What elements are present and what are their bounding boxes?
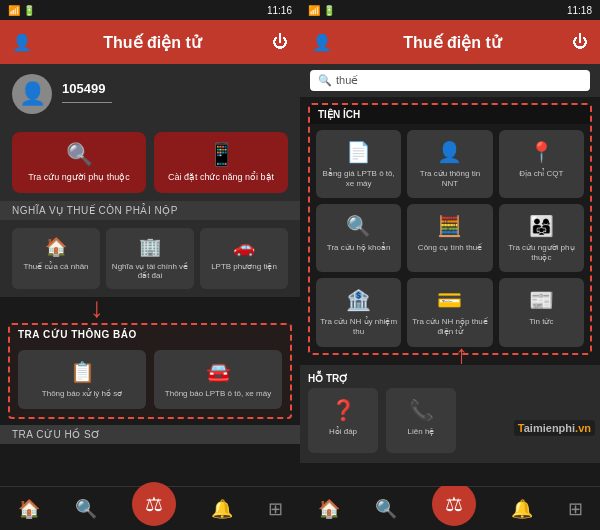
- status-icons-left: 📶 🔋: [8, 5, 35, 16]
- nav-grid-right[interactable]: ⊞: [568, 498, 583, 520]
- avatar: 👤: [12, 74, 52, 114]
- notification-items: 📋 Thông báo xử lý hồ sơ 🚘 Thông báo LPTB…: [10, 344, 290, 417]
- app-title-left: Thuế điện tử: [103, 33, 201, 52]
- tra-cuu-thong-bao-box: TRA CỨU THÔNG BÁO 📋 Thông báo xử lý hồ s…: [8, 323, 292, 419]
- search-icon-right: 🔍: [318, 74, 332, 87]
- notif-item-lptb[interactable]: 🚘 Thông báo LPTB ô tô, xe máy: [154, 350, 282, 409]
- grid-item-bang-gia[interactable]: 📄 Bảng giá LPTB ô tô, xe máy: [316, 130, 401, 198]
- tax-items: 🏠 Thuế của cá nhân 🏢 Nghĩa vụ tài chính …: [0, 220, 300, 297]
- ho-tro-header: HỖ TRỢ: [308, 369, 592, 388]
- grid-item-phu-thuoc[interactable]: 👨‍👩‍👧 Tra cứu người phụ thuộc: [499, 204, 584, 272]
- bottom-nav-left: 🏠 🔍 ⚖ 🔔 ⊞: [0, 486, 300, 530]
- nghia-vu-header: NGHĨA VỤ THUẾ CÒN PHẢI NỘP: [0, 201, 300, 220]
- power-icon-left[interactable]: ⏻: [272, 33, 288, 51]
- search-icon: 🔍: [66, 142, 93, 168]
- quick-actions: 🔍 Tra cứu người phụ thuộc 📱 Cài đặt chức…: [0, 124, 300, 201]
- grid-item-dia-chi[interactable]: 📍 Địa chỉ CQT: [499, 130, 584, 198]
- user-icon-right[interactable]: 👤: [312, 33, 332, 52]
- nav-home-right[interactable]: 🏠: [318, 498, 340, 520]
- search-icon-ho: 🔍: [346, 214, 371, 238]
- power-icon-right[interactable]: ⏻: [572, 33, 588, 51]
- nav-search-right[interactable]: 🔍: [375, 498, 397, 520]
- grid-item-ho-khoan[interactable]: 🔍 Tra cứu hộ khoản: [316, 204, 401, 272]
- notif-item-lptb-label: Thông báo LPTB ô tô, xe máy: [165, 389, 271, 399]
- tax-item-phuongtien-label: LPTB phương tiện: [211, 262, 277, 272]
- tax-item-canhan-label: Thuế của cá nhân: [23, 262, 88, 272]
- ho-tro-item-hoi-dap-label: Hỏi đáp: [329, 427, 357, 437]
- ho-tro-item-lien-he[interactable]: 📞 Liên hệ: [386, 388, 456, 453]
- house-icon: 🏠: [45, 236, 67, 258]
- question-icon: ❓: [331, 398, 356, 422]
- bottom-nav-right: 🏠 🔍 ⚖ 🔔 ⊞: [300, 486, 600, 530]
- tax-item-phuongtien[interactable]: 🚗 LPTB phương tiện: [200, 228, 288, 289]
- search-bar[interactable]: 🔍 thuế: [310, 70, 590, 91]
- ho-tro-item-hoi-dap[interactable]: ❓ Hỏi đáp: [308, 388, 378, 453]
- quick-btn-tra-cuu-label: Tra cứu người phụ thuộc: [28, 172, 130, 183]
- time-right: 11:18: [567, 5, 592, 16]
- app-header-right: 👤 Thuế điện tử ⏻: [300, 20, 600, 64]
- scroll-area-right: 🔍 thuế TIỆN ÍCH 📄 Bảng giá LPTB ô tô, xe…: [300, 64, 600, 486]
- phone-icon: 📞: [409, 398, 434, 422]
- arrow-icon-right: ↑: [455, 339, 468, 370]
- user-id: 105499: [62, 81, 288, 96]
- building-icon: 🏢: [139, 236, 161, 258]
- grid-item-bang-gia-label: Bảng giá LPTB ô tô, xe máy: [320, 169, 397, 188]
- notif-item-hoso-label: Thông báo xử lý hồ sơ: [42, 389, 122, 399]
- tien-ich-section: TIỆN ÍCH 📄 Bảng giá LPTB ô tô, xe máy 👤 …: [308, 103, 592, 355]
- doc-icon: 📋: [70, 360, 95, 384]
- grid-item-ho-khoan-label: Tra cứu hộ khoản: [327, 243, 391, 253]
- card-icon: 💳: [437, 288, 462, 312]
- ho-tro-item-lien-he-label: Liên hệ: [408, 427, 435, 437]
- grid-item-nop-thue[interactable]: 💳 Tra cứu NH nộp thuế điện tử: [407, 278, 492, 346]
- nav-center-left[interactable]: ⚖: [132, 482, 176, 526]
- grid-item-tin-tuc[interactable]: 📰 Tin tức: [499, 278, 584, 346]
- quick-btn-tra-cuu[interactable]: 🔍 Tra cứu người phụ thuộc: [12, 132, 146, 193]
- user-sub: —————: [62, 96, 288, 107]
- nav-center-right[interactable]: ⚖: [432, 482, 476, 526]
- settings-icon: 📱: [208, 142, 235, 168]
- arrow-container-right: ↑: [300, 361, 600, 365]
- status-bar-right: 📶 🔋 11:18: [300, 0, 600, 20]
- ho-tro-section: HỖ TRỢ ❓ Hỏi đáp 📞 Liên hệ: [300, 365, 600, 463]
- nav-bell-left[interactable]: 🔔: [211, 498, 233, 520]
- tax-item-canhan[interactable]: 🏠 Thuế của cá nhân: [12, 228, 100, 289]
- news-icon: 📰: [529, 288, 554, 312]
- arrow-icon-left: ↓: [90, 292, 104, 324]
- nav-grid-left[interactable]: ⊞: [268, 498, 283, 520]
- tax-item-datdai[interactable]: 🏢 Nghĩa vụ tài chính về đất đai: [106, 228, 194, 289]
- right-phone-screen: 📶 🔋 11:18 👤 Thuế điện tử ⏻ 🔍 thuế TIỆN Í…: [300, 0, 600, 530]
- quick-btn-cai-dat-label: Cài đặt chức năng nổi bật: [168, 172, 274, 183]
- person-icon: 👤: [437, 140, 462, 164]
- family-icon: 👨‍👩‍👧: [529, 214, 554, 238]
- watermark: Taimienphi.vn: [514, 420, 595, 436]
- calc-icon: 🧮: [437, 214, 462, 238]
- grid-item-uy-nhiem-label: Tra cứu NH ủy nhiệm thu: [320, 317, 397, 336]
- tra-cuu-section-header: TRA CỨU THÔNG BÁO: [10, 325, 290, 344]
- notif-item-hoso[interactable]: 📋 Thông báo xử lý hồ sơ: [18, 350, 146, 409]
- grid-item-nop-thue-label: Tra cứu NH nộp thuế điện tử: [411, 317, 488, 336]
- user-info: 105499 —————: [62, 81, 288, 107]
- header-actions-left: ⏻: [272, 33, 288, 51]
- vehicle-icon: 🚘: [206, 360, 231, 384]
- tien-ich-grid: 📄 Bảng giá LPTB ô tô, xe máy 👤 Tra cứu t…: [310, 124, 590, 353]
- location-icon: 📍: [529, 140, 554, 164]
- tien-ich-header: TIỆN ÍCH: [310, 105, 590, 124]
- grid-item-tinh-thue[interactable]: 🧮 Công cụ tính thuế: [407, 204, 492, 272]
- grid-item-dia-chi-label: Địa chỉ CQT: [519, 169, 563, 179]
- app-content-left: 👤 105499 ————— 🔍 Tra cứu người phụ thuộc…: [0, 64, 300, 486]
- search-placeholder: thuế: [336, 74, 358, 87]
- nav-home-left[interactable]: 🏠: [18, 498, 40, 520]
- quick-btn-cai-dat[interactable]: 📱 Cài đặt chức năng nổi bật: [154, 132, 288, 193]
- tax-item-datdai-label: Nghĩa vụ tài chính về đất đai: [110, 262, 190, 281]
- header-actions-right: ⏻: [572, 33, 588, 51]
- nav-bell-right[interactable]: 🔔: [511, 498, 533, 520]
- nav-search-left[interactable]: 🔍: [75, 498, 97, 520]
- user-icon-left[interactable]: 👤: [12, 33, 32, 52]
- grid-item-uy-nhiem[interactable]: 🏦 Tra cứu NH ủy nhiệm thu: [316, 278, 401, 346]
- doc-icon-bang: 📄: [346, 140, 371, 164]
- user-section: 👤 105499 —————: [0, 64, 300, 124]
- grid-item-tin-tuc-label: Tin tức: [529, 317, 553, 327]
- grid-item-tra-cuu-nnt[interactable]: 👤 Tra cứu thông tin NNT: [407, 130, 492, 198]
- app-title-right: Thuế điện tử: [403, 33, 501, 52]
- grid-item-tinh-thue-label: Công cụ tính thuế: [418, 243, 482, 253]
